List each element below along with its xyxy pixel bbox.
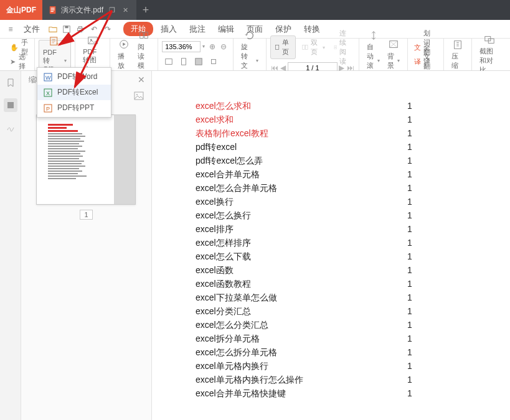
- rotate-button[interactable]: 旋转文档▾: [237, 40, 262, 70]
- rotate-icon: [243, 30, 256, 41]
- svg-rect-7: [78, 26, 82, 28]
- document-view[interactable]: excel怎么求和1excel求和1表格制作excel教程1pdf转excel1…: [152, 71, 510, 420]
- document-row: excel怎么换行1: [196, 208, 420, 222]
- read-mode-button[interactable]: 阅读模式: [134, 40, 154, 70]
- tab-popout-icon[interactable]: ❐: [107, 6, 117, 14]
- document-row: excel分类汇总1: [196, 304, 420, 318]
- single-page-button[interactable]: 单页: [270, 35, 296, 59]
- svg-rect-35: [135, 92, 143, 100]
- document-row: pdf转excel1: [196, 140, 420, 154]
- svg-rect-5: [65, 26, 68, 28]
- document-tab[interactable]: 演示文件.pdf ❐ ✕: [42, 0, 136, 20]
- compress-icon: [451, 39, 464, 50]
- svg-rect-15: [196, 58, 202, 65]
- open-icon[interactable]: [47, 25, 59, 34]
- zoom-in-icon[interactable]: ⊕: [207, 41, 218, 52]
- fit-width-icon[interactable]: [162, 55, 176, 68]
- rail-thumbnail-icon[interactable]: [4, 98, 17, 112]
- pdf-to-office-dropdown: W PDF转Word X PDF转Excel P PDF转PPT: [37, 67, 111, 118]
- chevron-down-icon: ▾: [64, 58, 67, 63]
- document-row: excel合并单元格1: [196, 167, 420, 181]
- document-row: excel单元格内换行怎么操作1: [196, 373, 420, 386]
- play-button[interactable]: 播放: [114, 40, 134, 70]
- svg-rect-18: [303, 45, 305, 50]
- fit-page-icon[interactable]: [177, 55, 191, 68]
- main-area: 缩略图 ✕: [0, 71, 510, 420]
- compress-button[interactable]: 压缩: [448, 40, 468, 70]
- autoscroll-icon: [367, 30, 380, 41]
- undo-icon[interactable]: ↶: [88, 25, 100, 34]
- page-thumbnail[interactable]: [36, 114, 136, 205]
- svg-text:P: P: [46, 106, 50, 112]
- dropdown-item-word[interactable]: W PDF转Word: [37, 69, 111, 85]
- tab-close-icon[interactable]: ✕: [121, 6, 130, 14]
- dropdown-item-ppt[interactable]: P PDF转PPT: [37, 100, 111, 116]
- fit-actual-icon[interactable]: [207, 55, 220, 68]
- excel-icon: X: [44, 88, 52, 97]
- toolbar: ✋手型 ➤选择 PDF转Office▾ PDF转图片 播放 阅读模式 135.3…: [0, 39, 510, 71]
- menu-convert[interactable]: 转换: [299, 22, 325, 37]
- screenshot-button[interactable]: 截图和对比: [476, 40, 503, 70]
- svg-rect-1: [51, 8, 55, 9]
- select-tool[interactable]: ➤选择: [7, 55, 31, 68]
- document-row: excel函数教程1: [196, 277, 420, 291]
- menu-annotate[interactable]: 批注: [184, 22, 210, 37]
- document-row: excel怎么求和1: [196, 99, 420, 113]
- actual-size-icon[interactable]: [192, 55, 205, 68]
- background-button[interactable]: 背景▾: [384, 40, 404, 70]
- document-row: excel怎么下载1: [196, 250, 420, 263]
- titlebar: 金山PDF 演示文件.pdf ❐ ✕ +: [0, 0, 510, 20]
- svg-rect-17: [275, 45, 278, 50]
- thumbnail-panel: 缩略图 ✕: [21, 71, 152, 420]
- thumbnail-close-icon[interactable]: ✕: [138, 75, 145, 85]
- new-tab-button[interactable]: +: [136, 0, 155, 20]
- svg-text:W: W: [45, 75, 51, 81]
- background-icon: [387, 39, 400, 50]
- menu-insert[interactable]: 插入: [156, 22, 182, 37]
- full-translate-button[interactable]: 译全文翻译: [412, 55, 440, 68]
- thumbnail-image-icon[interactable]: [134, 91, 144, 102]
- document-row: excel合并单元格快捷键1: [196, 386, 420, 400]
- brand-tab[interactable]: 金山PDF: [0, 0, 42, 20]
- svg-rect-3: [51, 11, 54, 12]
- continuous-read-button[interactable]: 连续阅读: [331, 40, 355, 54]
- pdf-page: excel怎么求和1excel求和1表格制作excel教程1pdf转excel1…: [152, 71, 510, 420]
- save-icon[interactable]: [61, 25, 72, 34]
- screenshot-icon: [483, 34, 496, 45]
- redo-icon[interactable]: ↷: [102, 25, 113, 34]
- document-row: excel怎样排序1: [196, 236, 420, 250]
- document-row: excel求和1: [196, 113, 420, 126]
- rail-bookmark-icon[interactable]: [4, 76, 17, 90]
- rail-signature-icon[interactable]: [4, 121, 17, 134]
- svg-rect-16: [212, 59, 216, 63]
- svg-rect-23: [455, 40, 461, 49]
- document-row: excel怎么分类汇总1: [196, 318, 420, 332]
- pdf-to-office-button[interactable]: PDF转Office▾: [39, 40, 71, 70]
- menu-icon[interactable]: ≡: [5, 25, 16, 34]
- play-icon: [118, 39, 130, 50]
- brand-label: 金山PDF: [6, 5, 36, 16]
- book-icon: [138, 30, 150, 41]
- print-icon[interactable]: [75, 25, 86, 34]
- double-page-button[interactable]: 双页▾: [300, 40, 328, 54]
- autoscroll-button[interactable]: 自动滚动▾: [363, 40, 384, 70]
- menu-edit[interactable]: 编辑: [213, 22, 239, 37]
- pdf-to-office-icon: [49, 36, 61, 47]
- hand-icon: ✋: [10, 43, 19, 52]
- dropdown-item-excel[interactable]: X PDF转Excel: [37, 85, 111, 100]
- thumbnail-page-number: 1: [36, 210, 136, 220]
- document-row: pdf转excel怎么弄1: [196, 154, 420, 167]
- menu-protect[interactable]: 保护: [270, 22, 296, 37]
- svg-rect-14: [182, 58, 186, 65]
- zoom-value[interactable]: 135.36%: [162, 41, 201, 52]
- file-menu[interactable]: 文件: [19, 22, 45, 37]
- svg-rect-2: [51, 9, 55, 10]
- document-row: excel单元格内换行1: [196, 359, 420, 373]
- pdf-to-image-button[interactable]: PDF转图片: [79, 40, 106, 70]
- chevron-down-icon[interactable]: ▾: [201, 44, 207, 49]
- zoom-out-icon[interactable]: ⊖: [218, 41, 229, 52]
- translate-full-icon: 译: [414, 57, 421, 66]
- svg-rect-19: [305, 45, 307, 50]
- svg-rect-34: [7, 102, 14, 108]
- document-row: excel下拉菜单怎么做1: [196, 291, 420, 304]
